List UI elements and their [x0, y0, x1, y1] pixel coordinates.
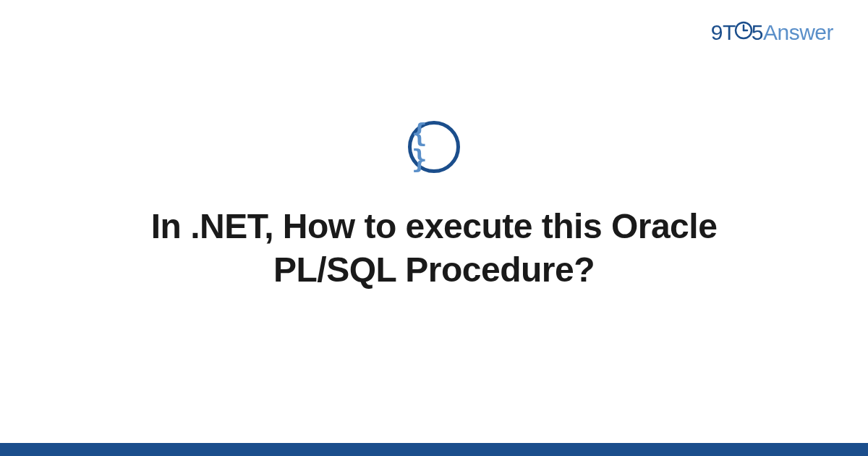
page-title: In .NET, How to execute this Oracle PL/S…	[109, 205, 760, 292]
braces-icon: { }	[412, 120, 456, 172]
footer-accent-bar	[0, 443, 868, 456]
main-content: { } In .NET, How to execute this Oracle …	[0, 0, 868, 456]
category-icon-wrap: { }	[408, 121, 460, 173]
code-icon: { }	[408, 121, 460, 173]
